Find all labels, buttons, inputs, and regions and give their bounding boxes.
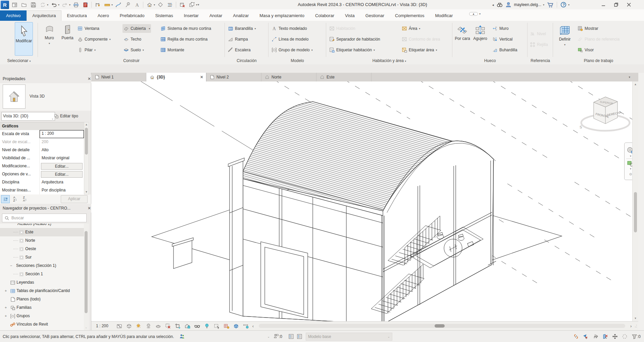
model-group-button[interactable]: Grupo de modelo▾ [270, 46, 314, 54]
tree-item-planos[interactable]: Planos (todo) [0, 295, 84, 303]
model-viewport[interactable]: S FRONTAL DERECHA SUPERIOR ⊗ ▾ [91, 81, 637, 321]
hscroll-right-icon[interactable]: › [630, 324, 632, 329]
dormer-button[interactable]: Buhardilla [491, 46, 518, 54]
wall-button[interactable]: Muro▾ [40, 22, 58, 56]
window-button[interactable]: Ventana [77, 24, 100, 33]
drag-elements-icon[interactable] [583, 334, 589, 339]
revit-logo-icon[interactable]: R [1, 1, 9, 9]
tree-item-secciones[interactable]: −Secciones (Sección 1) [0, 262, 84, 270]
visual-style-icon[interactable] [126, 323, 133, 329]
prop-row-visibilidad[interactable]: Visibilidad de ...Mostrar original [0, 154, 84, 163]
model-text-button[interactable]: Texto modelado [270, 24, 308, 33]
undo-icon[interactable] [50, 1, 58, 9]
curtain-grid-button[interactable]: Rejilla de muro cortina [159, 35, 208, 44]
view-tab-nivel1[interactable]: Nivel 1 [91, 73, 146, 81]
door-button[interactable]: Puerta [58, 22, 77, 56]
modify-button[interactable]: Modificar [15, 22, 33, 56]
ui-window-icon[interactable] [10, 1, 18, 9]
tab-estructura[interactable]: Estructura [61, 11, 92, 21]
tab-prefabricado[interactable]: Prefabricado [114, 11, 150, 21]
help-icon[interactable] [560, 2, 566, 8]
navbar-minimize-icon[interactable]: ⊖ [629, 172, 632, 176]
design-option-select[interactable]: Modelo base ⌄ [306, 333, 392, 341]
panel-label-construir[interactable]: Construir [38, 58, 225, 64]
move-arrows-icon[interactable] [612, 334, 618, 339]
tree-item-oeste[interactable]: Oeste [0, 245, 84, 253]
wall-opening-button[interactable]: Muro [491, 24, 509, 33]
model-line-button[interactable]: Línea de modelo [270, 35, 309, 44]
open-icon[interactable] [20, 1, 28, 9]
viewcube[interactable]: S FRONTAL DERECHA SUPERIOR [580, 97, 630, 131]
shaft-button[interactable]: Agujero [472, 22, 489, 56]
type-preview-image[interactable] [3, 84, 26, 109]
measure-tape-icon[interactable] [103, 1, 111, 9]
properties-header[interactable]: Propiedades✕ [0, 74, 94, 83]
prop-row-modificaciones[interactable]: Modificacione...Editar... [0, 162, 84, 171]
browser-close-icon[interactable]: ✕ [88, 204, 91, 213]
edit-type-button[interactable]: Editar tipo [54, 112, 89, 120]
vertical-scrollbar[interactable]: ▲ ▼ [632, 81, 638, 321]
view-tab-list-icon[interactable]: ▾ [629, 75, 630, 79]
tag-area-button[interactable]: Etiquetar área▾ [401, 46, 438, 54]
render-icon[interactable] [155, 323, 162, 329]
sort-default-icon[interactable] [1, 195, 10, 203]
area-button[interactable]: Área▾ [401, 24, 421, 33]
pin-select-icon[interactable] [593, 334, 598, 339]
minimize-button[interactable] [598, 0, 608, 9]
viewer-button[interactable]: Visor [577, 46, 595, 54]
tab-sistemas[interactable]: Sistemas [150, 11, 178, 21]
tab-acero[interactable]: Acero [92, 11, 114, 21]
mullion-button[interactable]: Montante [159, 46, 185, 54]
tree-item-sur[interactable]: Sur [0, 253, 84, 262]
prop-row-detalle[interactable]: Nivel de detalleAlto [0, 146, 84, 155]
crop-view-icon[interactable] [165, 323, 171, 329]
tree-item-seccion1[interactable]: Sección 1 [0, 270, 84, 278]
resize-grip-icon[interactable]: .: [635, 324, 637, 328]
editable-only-icon[interactable] [288, 334, 294, 339]
measure-dot-icon[interactable] [243, 323, 249, 329]
tree-item-leyendas[interactable]: Leyendas [0, 278, 84, 287]
tab-gestionar[interactable]: Gestionar [360, 11, 390, 21]
component-button[interactable]: Componente▾ [77, 35, 112, 44]
panel-label-circulacion[interactable]: Circulación [225, 58, 268, 64]
close-button[interactable] [624, 0, 634, 9]
prop-row-disciplina[interactable]: DisciplinaArquitectura [0, 178, 84, 187]
sort-za-icon[interactable]: ZA↓ [20, 195, 29, 203]
shadows-icon[interactable] [145, 323, 152, 329]
selection-box-icon[interactable] [213, 323, 220, 329]
exclude-options-icon[interactable] [602, 334, 608, 339]
project-browser-header[interactable]: Navegador de proyectos - CENTRO...✕ [0, 204, 94, 213]
lock-3d-view-icon[interactable] [184, 323, 191, 329]
tree-item-alzados[interactable]: Alzados (Alzado 1) [0, 224, 84, 228]
tab-insertar[interactable]: Insertar [179, 11, 204, 21]
column-button[interactable]: Pilar▾ [77, 46, 97, 54]
sort-az-icon[interactable]: AZ↓ [11, 195, 19, 203]
tab-complementos[interactable]: Complementos [390, 11, 430, 21]
roof-button[interactable]: Cubierta▾ [122, 24, 151, 33]
collapse-arrow-icon[interactable]: ◂ [492, 3, 494, 7]
search-icon[interactable] [497, 2, 503, 8]
store-cart-icon[interactable] [547, 2, 553, 8]
curtain-system-button[interactable]: Sistema de muro cortina [159, 24, 212, 33]
tab-vista[interactable]: Vista [340, 11, 360, 21]
tab-archivo[interactable]: Archivo [0, 10, 27, 21]
reveal-hidden-icon[interactable] [204, 323, 210, 329]
navbar-caret2-icon[interactable]: ▾ [630, 167, 631, 170]
view-tab-norte[interactable]: Norte [261, 73, 316, 81]
tab-modificar[interactable]: Modificar [430, 11, 458, 21]
tag-room-button[interactable]: Etiquetar habitación▾ [328, 46, 376, 54]
view-tab-close-icon[interactable]: ✕ [200, 75, 203, 79]
type-selector-caret-icon[interactable]: ⌄ [51, 115, 54, 122]
close-doc-icon[interactable] [81, 1, 89, 9]
panel-label-modelo[interactable]: Modelo [268, 58, 326, 64]
spline-icon[interactable] [114, 1, 122, 9]
stair-button[interactable]: Escalera [227, 46, 252, 54]
user-name[interactable]: mayleen.delg... [514, 2, 541, 7]
link-select-icon[interactable] [573, 334, 579, 339]
temporary-hide-isolate-icon[interactable] [194, 323, 201, 329]
thin-lines-icon[interactable] [166, 1, 174, 9]
type-selector[interactable]: Vista 3D: {3D}⌄ [1, 112, 55, 121]
view-tab-este[interactable]: Este [316, 73, 371, 81]
browser-scrollbar[interactable]: ⌄ [84, 224, 89, 330]
properties-scrollbar[interactable]: ▲ ▼ [84, 122, 89, 194]
